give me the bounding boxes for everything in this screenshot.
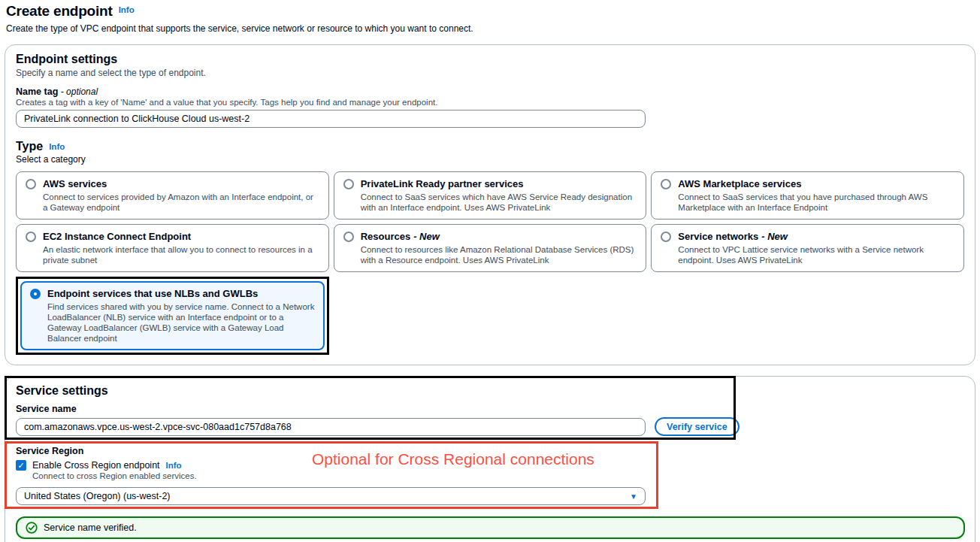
type-option-aws-services[interactable]: AWS services Connect to services provide…: [16, 171, 329, 220]
option-title: EC2 Instance Connect Endpoint: [43, 231, 191, 242]
service-name-input[interactable]: [16, 418, 646, 436]
radio-icon[interactable]: [661, 179, 671, 189]
annotation-red-text: Optional for Cross Regional connections: [312, 450, 594, 468]
page-title: Create endpoint: [6, 3, 113, 20]
radio-icon[interactable]: [26, 232, 36, 242]
option-title: AWS services: [43, 178, 107, 189]
option-description: Connect to services provided by Amazon w…: [43, 192, 319, 213]
enable-cross-region-label[interactable]: Enable Cross Region endpoint: [32, 460, 160, 471]
page-subtitle: Create the type of VPC endpoint that sup…: [6, 23, 975, 34]
type-option-ec2-instance-connect-endpoint[interactable]: EC2 Instance Connect Endpoint An elastic…: [16, 224, 329, 272]
create-endpoint-page: Create endpoint Info Create the type of …: [0, 0, 980, 542]
page-header: Create endpoint Info: [5, 3, 975, 20]
type-option-grid: AWS services Connect to services provide…: [16, 171, 964, 355]
option-title: Endpoint services that use NLBs and GWLB…: [47, 288, 258, 299]
service-name-row: Verify service: [16, 417, 964, 436]
radio-icon[interactable]: [343, 179, 354, 189]
service-name-label: Service name: [16, 404, 964, 414]
option-description: Find services shared with you by service…: [47, 301, 315, 344]
type-option-privatelink-partner-services[interactable]: PrivateLink Ready partner services Conne…: [334, 171, 647, 220]
option-title: PrivateLink Ready partner services: [361, 178, 524, 189]
type-option-endpoint-services-nlb-gwlb[interactable]: Endpoint services that use NLBs and GWLB…: [20, 281, 325, 350]
success-check-icon: [26, 522, 38, 534]
cross-region-info-link[interactable]: Info: [166, 461, 182, 470]
radio-icon[interactable]: [343, 232, 354, 242]
option-description: Connect to SaaS services that you have p…: [678, 192, 954, 213]
chevron-down-icon: ▼: [630, 492, 637, 501]
option-description: Connect to VPC Lattice service networks …: [678, 244, 954, 265]
endpoint-settings-description: Specify a name and select the type of en…: [16, 68, 964, 78]
type-option-resources[interactable]: Resources- New Connect to resources like…: [334, 224, 647, 272]
option-description: Connect to resources like Amazon Relatio…: [361, 244, 637, 265]
annotation-black-box-selected-type: Endpoint services that use NLBs and GWLB…: [16, 277, 329, 355]
radio-icon[interactable]: [26, 179, 36, 189]
option-description: An elastic network interface that allow …: [43, 244, 319, 265]
service-verified-alert: Service name verified.: [16, 516, 965, 539]
option-title: AWS Marketplace services: [678, 178, 801, 189]
type-description: Select a category: [16, 154, 964, 165]
service-region-select[interactable]: United States (Oregon) (us-west-2) ▼: [16, 487, 646, 505]
radio-checked-icon[interactable]: [30, 289, 41, 299]
option-title: Service networks: [678, 231, 758, 242]
radio-icon[interactable]: [661, 232, 671, 242]
option-title: Resources: [361, 231, 410, 242]
page-title-info-link[interactable]: Info: [119, 5, 135, 14]
name-tag-label: Name tag - optional: [16, 86, 964, 97]
endpoint-settings-heading: Endpoint settings: [16, 53, 964, 66]
option-description: Connect to SaaS services which have AWS …: [361, 192, 637, 213]
type-heading: Type: [16, 140, 43, 153]
type-option-aws-marketplace-services[interactable]: AWS Marketplace services Connect to SaaS…: [651, 171, 964, 220]
name-tag-help: Creates a tag with a key of 'Name' and a…: [16, 98, 964, 107]
name-tag-input[interactable]: [16, 110, 646, 128]
service-verified-text: Service name verified.: [44, 522, 137, 533]
cross-region-help: Connect to cross Region enabled services…: [32, 471, 964, 480]
service-region-selected-value: United States (Oregon) (us-west-2): [24, 491, 171, 501]
endpoint-settings-card: Endpoint settings Specify a name and sel…: [5, 44, 975, 365]
type-header: Type Info: [16, 140, 964, 153]
type-option-service-networks[interactable]: Service networks- New Connect to VPC Lat…: [651, 224, 964, 272]
checkbox-checked-icon[interactable]: ✓: [16, 460, 26, 471]
name-tag-optional: - optional: [61, 86, 98, 97]
service-settings-card: Optional for Cross Regional connections …: [5, 376, 975, 542]
type-info-link[interactable]: Info: [49, 142, 65, 151]
service-settings-heading: Service settings: [16, 384, 964, 398]
verify-service-button[interactable]: Verify service: [655, 417, 740, 436]
